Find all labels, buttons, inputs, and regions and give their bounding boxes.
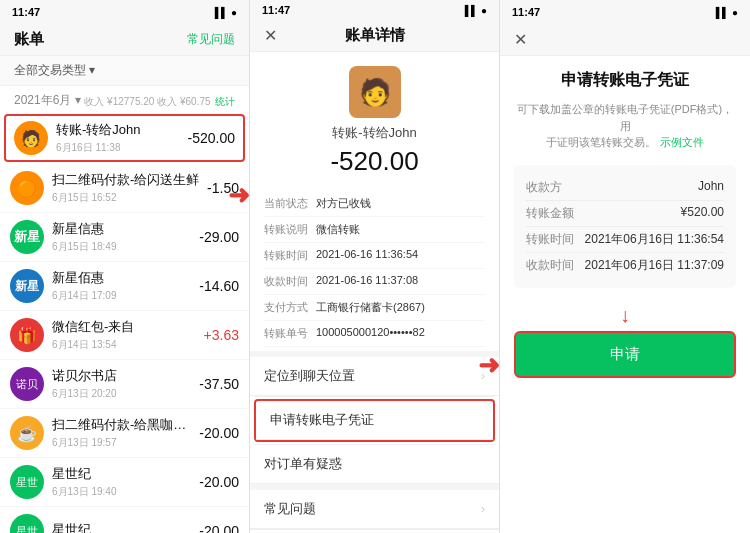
submit-button[interactable]: 申请: [514, 331, 736, 378]
tx-info-4: 微信红包-来自 6月14日 13:54: [52, 318, 200, 352]
detail-rows: 当前状态 对方已收钱 转账说明 微信转账 转账时间 2021-06-16 11:…: [250, 191, 499, 347]
tx-avatar-2: 新星: [10, 220, 44, 254]
tx-name-3: 新星佰惠: [52, 269, 195, 287]
close-button-3[interactable]: ✕: [514, 30, 527, 49]
status-bar-2: 11:47 ▐ ▌ ●: [250, 0, 499, 18]
tx-name-1: 扫二维码付款-给闪送生鲜: [52, 171, 203, 189]
cert-label-2: 转账时间: [526, 231, 574, 248]
tx-date-7: 6月13日 19:40: [52, 485, 195, 499]
detail-value-1: 微信转账: [316, 222, 485, 237]
month-row: 2021年6月 ▾ 收入 ¥12775.20 收入 ¥60.75 统计: [0, 86, 249, 112]
tx-info-6: 扫二维码付款-给黑咖啡士 6月13日 19:57: [52, 416, 195, 450]
hero-avatar: 🧑: [349, 66, 401, 118]
list-item[interactable]: 🟠 扫二维码付款-给闪送生鲜 6月15日 16:52 -1.50: [0, 164, 249, 213]
tx-avatar-6: ☕: [10, 416, 44, 450]
month-stats: 收入 ¥12775.20 收入 ¥60.75: [84, 96, 210, 107]
tx-avatar-4: 🎁: [10, 318, 44, 352]
tx-info-8: 星世纪: [52, 521, 195, 533]
tx-info-1: 扫二维码付款-给闪送生鲜 6月15日 16:52: [52, 171, 203, 205]
tx-info-0: 转账-转给John 6月16日 11:38: [56, 121, 184, 155]
status-icons-2: ▐ ▌ ●: [461, 5, 487, 16]
panel-certificate: 11:47 ▐ ▌ ● ✕ 申请转账电子凭证 可下载加盖公章的转账电子凭证(PD…: [500, 0, 750, 533]
detail-row-5: 转账单号 100005000120••••••82: [264, 321, 485, 347]
panel1-header: 账单 常见问题: [0, 22, 249, 56]
tx-name-8: 星世纪: [52, 521, 195, 533]
detail-label-3: 收款时间: [264, 274, 316, 289]
filter-row[interactable]: 全部交易类型 ▾: [0, 56, 249, 86]
tx-amount-2: -29.00: [199, 229, 239, 245]
month-label[interactable]: 2021年6月 ▾: [14, 92, 81, 109]
cert-label-3: 收款时间: [526, 257, 574, 274]
action-complaint-label: 对订单有疑惑: [264, 456, 342, 471]
detail-value-0: 对方已收钱: [316, 196, 485, 211]
detail-label-5: 转账单号: [264, 326, 316, 341]
cert-row-2: 转账时间 2021年06月16日 11:36:54: [526, 227, 724, 253]
detail-label-1: 转账说明: [264, 222, 316, 237]
cert-label-1: 转账金额: [526, 205, 574, 222]
detail-row-2: 转账时间 2021-06-16 11:36:54: [264, 243, 485, 269]
tx-date-1: 6月15日 16:52: [52, 191, 203, 205]
tx-avatar-8: 星世: [10, 514, 44, 533]
tx-date-4: 6月14日 13:54: [52, 338, 200, 352]
tx-date-0: 6月16日 11:38: [56, 141, 184, 155]
list-item[interactable]: 诺贝 诺贝尔书店 6月13日 20:20 -37.50: [0, 360, 249, 409]
tx-date-3: 6月14日 17:09: [52, 289, 195, 303]
filter-label[interactable]: 全部交易类型 ▾: [14, 63, 95, 77]
detail-value-4: 工商银行储蓄卡(2867): [316, 300, 485, 315]
list-item[interactable]: 新星 新星信惠 6月15日 18:49 -29.00: [0, 213, 249, 262]
stats-button[interactable]: 统计: [215, 95, 235, 109]
tx-name-4: 微信红包-来自: [52, 318, 200, 336]
time-2: 11:47: [262, 4, 290, 16]
tx-name-6: 扫二维码付款-给黑咖啡士: [52, 416, 195, 434]
action-locate[interactable]: 定位到聊天位置 ›: [250, 357, 499, 396]
certificate-info: 收款方 John 转账金额 ¥520.00 转账时间 2021年06月16日 1…: [514, 165, 736, 288]
tx-amount-1: -1.50: [207, 180, 239, 196]
cert-value-3: 2021年06月16日 11:37:09: [585, 257, 724, 274]
action-faq[interactable]: 常见问题 ›: [250, 490, 499, 529]
tx-avatar-5: 诺贝: [10, 367, 44, 401]
detail-row-1: 转账说明 微信转账: [264, 217, 485, 243]
action-complaint[interactable]: 对订单有疑惑: [250, 445, 499, 484]
panel1-help[interactable]: 常见问题: [187, 31, 235, 48]
detail-hero: 🧑 转账-转给John -520.00: [250, 52, 499, 191]
chevron-right-icon: ›: [481, 369, 485, 383]
list-item[interactable]: 星世 星世纪 6月13日 19:40 -20.00: [0, 458, 249, 507]
tx-amount-7: -20.00: [199, 474, 239, 490]
action-certificate[interactable]: 申请转账电子凭证: [256, 401, 493, 440]
detail-value-3: 2021-06-16 11:37:08: [316, 274, 485, 286]
cert-label-0: 收款方: [526, 179, 562, 196]
list-item[interactable]: 🎁 微信红包-来自 6月14日 13:54 +3.63: [0, 311, 249, 360]
tx-amount-5: -37.50: [199, 376, 239, 392]
tx-info-3: 新星佰惠 6月14日 17:09: [52, 269, 195, 303]
action-locate-label: 定位到聊天位置: [264, 367, 355, 385]
status-icons-1: ▐ ▌ ●: [211, 7, 237, 18]
tx-date-6: 6月13日 19:57: [52, 436, 195, 450]
close-button-2[interactable]: ✕: [264, 26, 277, 45]
tx-name-0: 转账-转给John: [56, 121, 184, 139]
list-item[interactable]: 星世 星世纪 -20.00: [0, 507, 249, 533]
time-1: 11:47: [12, 6, 40, 18]
tx-avatar-3: 新星: [10, 269, 44, 303]
chevron-right-icon-2: ›: [481, 502, 485, 516]
detail-row-3: 收款时间 2021-06-16 11:37:08: [264, 269, 485, 295]
status-bar-3: 11:47 ▐ ▌ ●: [500, 0, 750, 22]
tx-amount-0: -520.00: [188, 130, 235, 146]
list-item[interactable]: ☕ 扫二维码付款-给黑咖啡士 6月13日 19:57 -20.00: [0, 409, 249, 458]
panel3-desc: 可下载加盖公章的转账电子凭证(PDF格式)，用于证明该笔转账交易。 示例文件: [514, 101, 736, 151]
detail-label-0: 当前状态: [264, 196, 316, 211]
detail-value-5: 100005000120••••••82: [316, 326, 485, 338]
detail-label-4: 支付方式: [264, 300, 316, 315]
tx-avatar-0: 🧑: [14, 121, 48, 155]
cert-value-1: ¥520.00: [681, 205, 724, 222]
action-certificate-label: 申请转账电子凭证: [270, 412, 374, 427]
example-link[interactable]: 示例文件: [660, 136, 704, 148]
cert-row-3: 收款时间 2021年06月16日 11:37:09: [526, 253, 724, 278]
tx-item-highlighted[interactable]: 🧑 转账-转给John 6月16日 11:38 -520.00: [4, 114, 245, 162]
cert-row-1: 转账金额 ¥520.00: [526, 201, 724, 227]
list-item[interactable]: 新星 新星佰惠 6月14日 17:09 -14.60: [0, 262, 249, 311]
panel3-header: ✕: [500, 22, 750, 56]
tx-info-7: 星世纪 6月13日 19:40: [52, 465, 195, 499]
status-bar-1: 11:47 ▐ ▌ ●: [0, 0, 249, 22]
tx-date-2: 6月15日 18:49: [52, 240, 195, 254]
cert-row-0: 收款方 John: [526, 175, 724, 201]
